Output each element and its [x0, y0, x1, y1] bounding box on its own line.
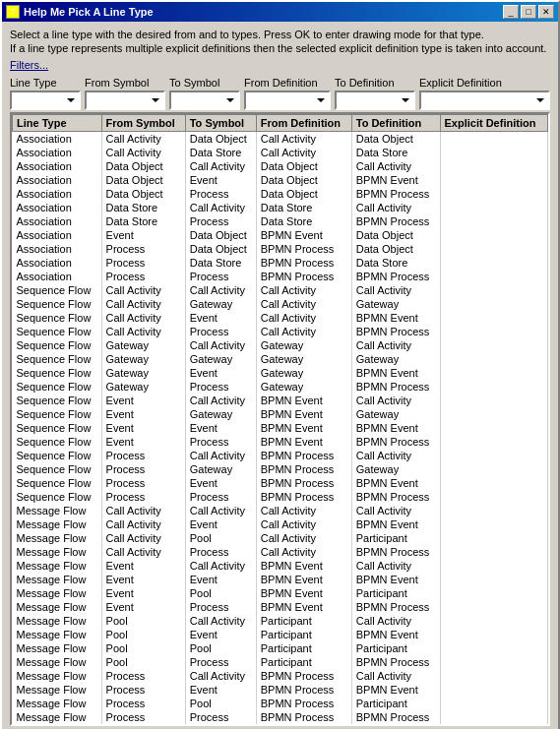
table-row[interactable]: Message FlowEventProcessBPMN EventBPMN P… [13, 600, 548, 614]
table-row[interactable]: Sequence FlowEventProcessBPMN EventBPMN … [13, 435, 548, 449]
filter-select-fromdefinition[interactable] [244, 91, 331, 110]
table-cell: Call Activity [185, 504, 256, 517]
table-row[interactable]: Message FlowPoolProcessParticipantBPMN P… [13, 655, 548, 669]
table-cell: Sequence Flow [13, 338, 102, 352]
table-cell: Gateway [351, 462, 440, 476]
table-cell: Event [185, 421, 256, 435]
table-row[interactable]: AssociationProcessData StoreBPMN Process… [13, 256, 548, 270]
maximize-button[interactable]: □ [521, 5, 536, 19]
table-cell: BPMN Event [351, 173, 440, 187]
filter-select-fromsymbol[interactable] [85, 91, 165, 110]
filter-group-todefinition: To Definition [335, 77, 415, 110]
table-cell: BPMN Process [351, 655, 440, 669]
table-row[interactable]: AssociationData StoreCall ActivityData S… [13, 201, 548, 214]
table-cell: BPMN Process [256, 449, 351, 462]
table-cell: Call Activity [256, 545, 351, 559]
filter-select-linetype[interactable] [10, 91, 81, 110]
table-row[interactable]: Sequence FlowGatewayCall ActivityGateway… [13, 338, 548, 352]
table-cell: BPMN Process [351, 270, 440, 283]
table-row[interactable]: AssociationEventData ObjectBPMN EventDat… [13, 228, 548, 242]
table-row[interactable]: Sequence FlowGatewayGatewayGatewayGatewa… [13, 352, 548, 366]
table-cell: Event [185, 573, 256, 586]
table-row[interactable]: Sequence FlowCall ActivityProcessCall Ac… [13, 325, 548, 338]
table-cell: Call Activity [351, 449, 440, 462]
table-cell: Gateway [101, 380, 185, 394]
table-cell: Call Activity [351, 338, 440, 352]
table-cell: Event [185, 311, 256, 325]
table-cell: Participant [256, 614, 351, 628]
table-cell: BPMN Process [351, 490, 440, 504]
table-row[interactable]: Message FlowEventEventBPMN EventBPMN Eve… [13, 573, 548, 586]
table-row[interactable]: Sequence FlowGatewayProcessGatewayBPMN P… [13, 380, 548, 394]
table-row[interactable]: AssociationCall ActivityData ObjectCall … [13, 132, 548, 147]
table-cell [440, 545, 548, 559]
table-row[interactable]: Message FlowPoolCall ActivityParticipant… [13, 614, 548, 628]
table-cell: Message Flow [13, 614, 102, 628]
table-cell: Call Activity [185, 449, 256, 462]
table-cell [440, 242, 548, 256]
table-row[interactable]: Sequence FlowEventEventBPMN EventBPMN Ev… [13, 421, 548, 435]
close-button[interactable]: ✕ [538, 5, 554, 19]
table-row[interactable]: Message FlowProcessPoolBPMN ProcessParti… [13, 697, 548, 710]
table-cell: Data Store [101, 214, 185, 228]
table-row[interactable]: AssociationData ObjectEventData ObjectBP… [13, 173, 548, 187]
table-row[interactable]: AssociationProcessProcessBPMN ProcessBPM… [13, 270, 548, 283]
minimize-button[interactable]: _ [503, 5, 519, 19]
table-row[interactable]: AssociationData StoreProcessData StoreBP… [13, 214, 548, 228]
table-cell: Call Activity [351, 159, 440, 173]
table-row[interactable]: Sequence FlowEventGatewayBPMN EventGatew… [13, 407, 548, 421]
table-row[interactable]: AssociationCall ActivityData StoreCall A… [13, 146, 548, 159]
description-line1: Select a line type with the desired from… [10, 28, 550, 41]
table-cell: Call Activity [351, 669, 440, 683]
table-row[interactable]: Message FlowEventCall ActivityBPMN Event… [13, 559, 548, 573]
filter-group-explicitdef: Explicit Definition [419, 77, 550, 110]
table-cell: BPMN Process [256, 490, 351, 504]
table-cell: Call Activity [101, 504, 185, 517]
table-row[interactable]: Sequence FlowCall ActivityCall ActivityC… [13, 283, 548, 297]
table-row[interactable]: Sequence FlowProcessGatewayBPMN ProcessG… [13, 462, 548, 476]
table-row[interactable]: AssociationProcessData ObjectBPMN Proces… [13, 242, 548, 256]
table-cell: Call Activity [185, 283, 256, 297]
table-cell [440, 669, 548, 683]
table-row[interactable]: Message FlowCall ActivityCall ActivityCa… [13, 504, 548, 517]
table-row[interactable]: Message FlowPoolPoolParticipantParticipa… [13, 641, 548, 655]
table-row[interactable]: Sequence FlowCall ActivityEventCall Acti… [13, 311, 548, 325]
filter-select-todefinition[interactable] [335, 91, 415, 110]
table-row[interactable]: Message FlowProcessProcessBPMN ProcessBP… [13, 710, 548, 724]
table-cell: BPMN Process [351, 435, 440, 449]
filter-select-explicitdef[interactable] [419, 91, 550, 110]
table-cell: Pool [101, 655, 185, 669]
table-cell: BPMN Event [351, 683, 440, 697]
table-row[interactable]: Sequence FlowProcessProcessBPMN ProcessB… [13, 490, 548, 504]
table-row[interactable]: AssociationData ObjectCall ActivityData … [13, 159, 548, 173]
table-row[interactable]: Message FlowPoolEventParticipantBPMN Eve… [13, 628, 548, 641]
table-row[interactable]: Message FlowEventPoolBPMN EventParticipa… [13, 586, 548, 600]
table-cell: Event [185, 683, 256, 697]
table-row[interactable]: Message FlowCall ActivityPoolCall Activi… [13, 531, 548, 545]
table-row[interactable]: Sequence FlowProcessCall ActivityBPMN Pr… [13, 449, 548, 462]
table-cell: Message Flow [13, 531, 102, 545]
table-cell: Pool [101, 614, 185, 628]
filters-link[interactable]: Filters... [10, 59, 550, 71]
filter-select-tosymbol[interactable] [169, 91, 240, 110]
filter-label-todefinition: To Definition [335, 77, 415, 89]
table-cell: BPMN Event [256, 394, 351, 407]
table-cell: Event [101, 407, 185, 421]
table-cell: Participant [351, 586, 440, 600]
table-cell [440, 559, 548, 573]
table-row[interactable]: Sequence FlowEventCall ActivityBPMN Even… [13, 394, 548, 407]
table-cell: Message Flow [13, 628, 102, 641]
table-row[interactable]: Message FlowCall ActivityEventCall Activ… [13, 517, 548, 531]
table-row[interactable]: AssociationData ObjectProcessData Object… [13, 187, 548, 201]
table-row[interactable]: Sequence FlowGatewayEventGatewayBPMN Eve… [13, 366, 548, 380]
table-cell: Data Object [256, 159, 351, 173]
table-row[interactable]: Message FlowCall ActivityProcessCall Act… [13, 545, 548, 559]
table-cell: BPMN Event [351, 517, 440, 531]
table-row[interactable]: Message FlowProcessEventBPMN ProcessBPMN… [13, 683, 548, 697]
table-row[interactable]: Message FlowProcessCall ActivityBPMN Pro… [13, 669, 548, 683]
table-cell: Data Object [256, 187, 351, 201]
table-row[interactable]: Sequence FlowCall ActivityGatewayCall Ac… [13, 297, 548, 311]
table-row[interactable]: Sequence FlowProcessEventBPMN ProcessBPM… [13, 476, 548, 490]
title-bar: ? Help Me Pick A Line Type _ □ ✕ [2, 2, 558, 22]
description-line2: If a line type represents multiple expli… [10, 41, 550, 55]
